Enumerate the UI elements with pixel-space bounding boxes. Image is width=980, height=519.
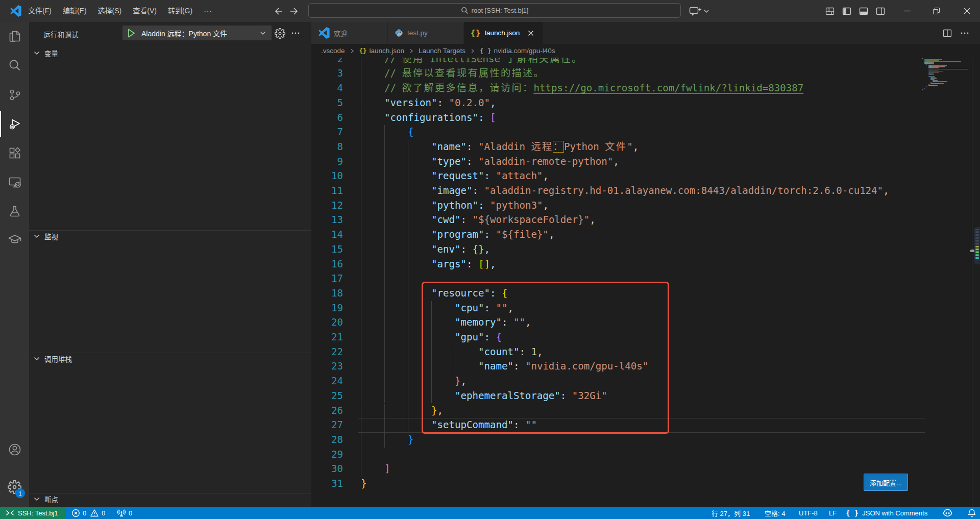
breadcrumb-item[interactable]: launch.json [370,47,404,55]
status-item[interactable]: 空格: 4 [765,507,785,519]
activity-item-testing[interactable] [0,198,29,225]
menu-item[interactable]: 查看(V) [127,0,162,22]
tab-launch.json[interactable]: {}launch.json [464,22,543,44]
code-token: "aladdin-remote-python" [478,156,613,167]
minimap-line-segment [922,89,923,90]
files-icon [8,29,22,43]
activity-item-source-control[interactable] [0,82,29,108]
status-item[interactable]: { }JSON with Comments [846,507,927,519]
arrow-left-icon[interactable] [271,4,285,18]
status-item-warning[interactable]: 0 [90,507,105,519]
code-line-9: 9 "type": "aladdin-remote-python", [311,155,980,169]
status-item-radio-tower[interactable]: 0 [117,507,132,519]
code-line-12: 12 "python": "python3", [311,199,980,213]
code-token: [] [478,258,490,270]
pane-label: 调用堆栈 [44,354,72,364]
code-line-3: 3 // 悬停以查看现有属性的描述。 [311,66,980,81]
ellipsis-icon[interactable] [958,26,972,40]
widget-stripe [975,241,979,242]
code-token: : [484,170,496,182]
line-number: 4 [311,81,343,96]
json-braces-icon: {} [359,47,367,55]
line-number: 20 [311,315,343,330]
vscode-logo-icon [10,5,21,17]
minimize-icon[interactable] [896,0,919,22]
code-token: , [633,141,639,153]
status-item-error[interactable]: 0 [71,507,86,519]
code-token: "env" [361,243,460,255]
code-token: : [467,258,478,270]
status-item[interactable]: UTF-8 [799,507,818,519]
customize-layout-icon[interactable] [823,4,837,18]
panel-left-icon[interactable] [840,4,854,18]
status-item-notifications[interactable] [967,507,976,519]
code-line-text: "env": {}, [361,242,490,257]
minimap-line-segment [944,66,945,67]
minimap-line-segment [933,73,934,74]
minimap-line-segment [934,63,934,64]
status-item[interactable]: LF [829,507,837,519]
code-token: , [490,258,496,270]
menu-more-button[interactable]: ··· [198,0,218,22]
breadcrumb-item[interactable]: Launch Targets [419,47,465,55]
minimap[interactable] [922,58,971,507]
menu-item[interactable]: 转到(G) [162,0,198,22]
pane-header-1[interactable]: 变量 [29,47,311,59]
add-configuration-button[interactable]: 添加配置... [864,474,908,491]
pane-header-3[interactable]: 调用堆栈 [29,353,311,364]
menu-item[interactable]: 编辑(E) [57,0,92,22]
mortar-board-icon [8,233,22,247]
line-number: 17 [311,271,343,286]
chevron-down-icon[interactable] [701,4,712,18]
restore-icon[interactable] [925,0,948,22]
status-item-copilot[interactable] [942,507,953,519]
edge-overlay-widget [974,227,980,264]
widget-stripe [975,255,979,256]
code-token: "image" [361,185,472,196]
menu-item[interactable]: 文件(F) [22,0,57,22]
minimap-line-segment [922,58,923,59]
code-editor[interactable]: 2 // 使用 IntelliSense 了解相关属性。3 // 悬停以查看现有… [311,58,980,507]
json-braces-icon: {} [471,29,481,38]
status-item[interactable]: 行 27，列 31 [712,507,750,519]
code-token: "cwd" [361,214,460,226]
minimap-line-segment [926,64,927,65]
breadcrumb-item[interactable]: nvidia.com/gpu-l40s [494,47,555,55]
activity-item-settings[interactable]: 1 [0,474,29,500]
activity-item-extensions[interactable] [0,140,29,166]
command-center[interactable]: root [SSH: Test.bj1] [308,3,681,18]
activity-item-remote-explorer[interactable] [0,169,29,195]
activity-item-search[interactable] [0,52,29,79]
activity-item-tutorial[interactable] [0,227,29,253]
tab-test.py[interactable]: test.py [388,22,464,44]
code-line-5: 5 "version": "0.2.0", [311,96,980,111]
widget-stripe [975,232,979,233]
panel-right-icon[interactable] [873,4,888,18]
panel-bottom-icon[interactable] [856,4,871,18]
tab-label: launch.json [485,29,520,37]
remote-indicator[interactable]: SSH: Test.bj1 [0,507,66,519]
extensions-icon [8,146,22,160]
activity-item-accounts[interactable] [0,436,29,463]
line-number: 9 [311,155,343,169]
minimap-line-segment [937,81,947,82]
braces-icon: { } [846,509,859,517]
tab-close-icon[interactable] [526,28,536,38]
edge-overlay-handle[interactable] [970,250,974,252]
pane-header-2[interactable]: 监视 [29,230,311,242]
split-editor-icon[interactable] [940,26,954,40]
activity-item-run-and-debug[interactable] [0,111,29,137]
menu-item[interactable]: 选择(S) [92,0,128,22]
pane-header-4[interactable]: 断点 [29,493,311,505]
code-token: , [883,185,889,196]
close-icon[interactable] [955,0,978,22]
code-token: : [460,243,472,255]
arrow-right-icon[interactable] [287,4,302,18]
tab---[interactable]: 欢迎 [311,22,388,44]
status-bar: SSH: Test.bj1 000 行 27，列 31空格: 4UTF-8LF{… [0,507,980,519]
code-token: "0.2.0" [449,97,489,109]
breadcrumb-item[interactable]: .vscode [321,47,345,55]
code-token: "request" [361,170,484,182]
activity-item-explorer[interactable] [0,23,29,50]
code-token: "version" [361,97,437,109]
